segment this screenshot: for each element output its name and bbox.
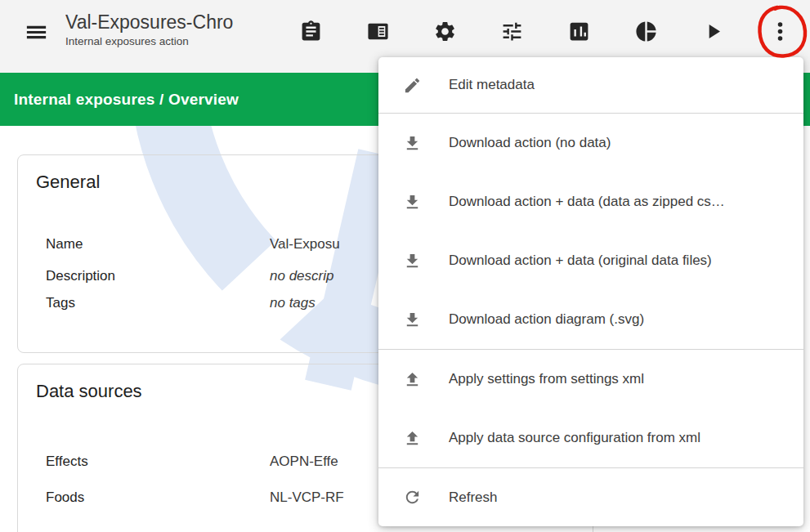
action-chart-button[interactable] — [545, 8, 612, 54]
page-subtitle: Internal exposures action — [65, 35, 276, 47]
description-label: Description — [46, 267, 270, 285]
menu-item-download-action-original-files[interactable]: Download action + data (original data fi… — [378, 231, 803, 290]
run-button[interactable] — [679, 8, 746, 54]
description-value: no descrip — [270, 267, 333, 285]
more-menu-icon — [768, 20, 792, 43]
menu-item-apply-settings-xml[interactable]: Apply settings from settings xml — [378, 350, 803, 409]
more-menu-button[interactable] — [746, 8, 810, 54]
menu-item-download-action-no-data[interactable]: Download action (no data) — [378, 114, 803, 172]
more-actions-dropdown-menu: Edit metadata Download action (no data) … — [378, 57, 803, 526]
download-icon — [403, 252, 422, 270]
menu-item-download-action-diagram[interactable]: Download action diagram (.svg) — [378, 290, 803, 349]
download-icon — [403, 134, 422, 153]
action-pie-button[interactable] — [612, 8, 679, 54]
title-block: Val-Exposures-Chro Internal exposures ac… — [65, 11, 276, 47]
foods-value: NL-VCP-RF — [270, 489, 344, 507]
menu-item-download-action-zipped-csv[interactable]: Download action + data (data as zipped c… — [378, 172, 803, 231]
reader-mode-icon — [366, 20, 390, 43]
tune-icon — [500, 20, 524, 43]
assignment-icon — [299, 20, 323, 43]
menu-item-apply-datasource-xml[interactable]: Apply data source configuration from xml — [378, 409, 803, 467]
upload-icon — [403, 429, 422, 448]
action-tune-button[interactable] — [478, 8, 545, 54]
tags-label: Tags — [46, 294, 270, 312]
name-label: Name — [46, 235, 270, 253]
settings-icon — [433, 20, 457, 43]
action-report-button[interactable] — [277, 8, 344, 54]
refresh-icon — [403, 488, 422, 507]
action-settings-button[interactable] — [411, 8, 478, 54]
page-title: Val-Exposures-Chro — [65, 11, 276, 34]
effects-label: Effects — [46, 453, 270, 471]
action-overview-button[interactable] — [344, 8, 411, 54]
chart-icon — [567, 20, 591, 43]
run-icon — [701, 20, 725, 43]
foods-label: Foods — [46, 489, 270, 507]
menu-item-refresh[interactable]: Refresh — [378, 468, 803, 526]
hamburger-menu-button[interactable] — [20, 16, 52, 48]
hamburger-icon — [24, 20, 49, 45]
upload-icon — [403, 370, 422, 389]
toolbar-actions — [277, 8, 810, 54]
tags-value: no tags — [270, 294, 315, 312]
menu-item-edit-metadata[interactable]: Edit metadata — [378, 57, 803, 113]
download-icon — [403, 311, 422, 329]
download-icon — [403, 193, 422, 212]
edit-icon — [403, 76, 422, 95]
breadcrumb: Internal exposures / Overview — [14, 91, 239, 109]
pie-chart-icon — [634, 20, 658, 43]
effects-value: AOPN-Effe — [270, 453, 338, 471]
name-value: Val-Exposu — [270, 235, 340, 253]
app-window: Val-Exposures-Chro Internal exposures ac… — [0, 0, 810, 532]
